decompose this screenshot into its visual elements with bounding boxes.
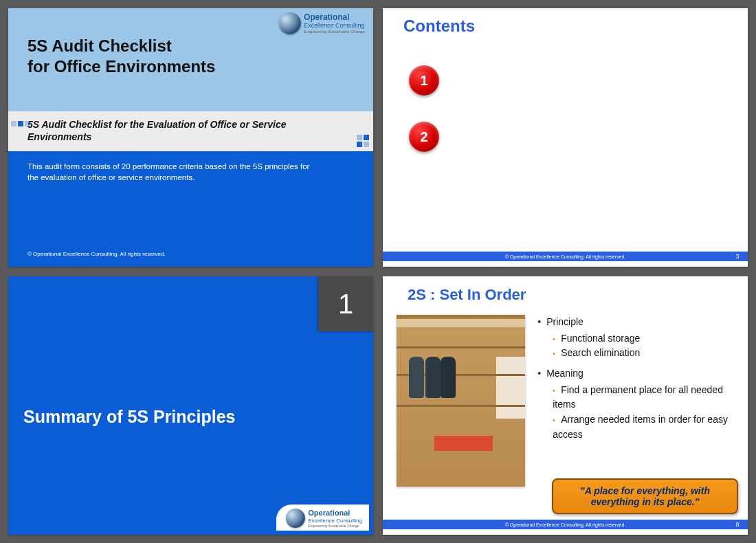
- brand-logo: Operational Excellence Consulting Empowe…: [279, 12, 365, 34]
- slide1-footer: © Operational Excellence Consulting. All…: [27, 251, 166, 257]
- toc-item-1: 1 Summary of 5S Principles: [409, 69, 748, 92]
- slide1-body-text: This audit form consists of 20 performan…: [27, 161, 316, 183]
- section-number-box: 1: [318, 276, 373, 331]
- logo-line2: Excellence Consulting: [308, 518, 362, 524]
- logo-line3: Empowering Sustainable Change: [304, 30, 365, 34]
- slide2-page-number: 3: [731, 252, 744, 261]
- organized-closet-image: [397, 315, 525, 487]
- slide2-title: Contents: [383, 8, 748, 36]
- toc-label-1: Summary of 5S Principles: [421, 69, 748, 92]
- toc-badge-1: 1: [409, 65, 439, 96]
- toc-label-2: 5S Audit Checklist: [421, 125, 748, 148]
- slide4-bullets: Principle Functional storage Search elim…: [537, 315, 738, 487]
- bullet: Arrange needed items in order for easy a…: [553, 412, 738, 442]
- decor-squares-right: [354, 135, 369, 147]
- slide1-body: This audit form consists of 20 performan…: [8, 151, 373, 261]
- logo-text: Operational Excellence Consulting Empowe…: [304, 13, 365, 34]
- slide1-header: Operational Excellence Consulting Empowe…: [8, 8, 373, 111]
- slide-2-contents: Contents 1 Summary of 5S Principles 2 5S…: [383, 8, 748, 267]
- logo-line3: Empowering Sustainable Change: [308, 524, 362, 528]
- coat-icon: [409, 357, 424, 398]
- logo-line2: Excellence Consulting: [304, 23, 365, 29]
- slide4-body: Principle Functional storage Search elim…: [383, 304, 748, 487]
- logo-text: Operational Excellence Consulting Empowe…: [308, 509, 362, 528]
- brand-logo-corner: Operational Excellence Consulting Empowe…: [276, 505, 369, 531]
- globe-icon: [286, 509, 305, 528]
- slide-1-title: Operational Excellence Consulting Empowe…: [8, 8, 373, 267]
- coat-icon: [425, 357, 441, 398]
- logo-line1: Operational: [308, 509, 362, 517]
- toc-list: 1 Summary of 5S Principles 2 5S Audit Ch…: [409, 69, 748, 148]
- slide4-page-number: 8: [731, 520, 744, 529]
- slide4-footer: © Operational Excellence Consulting. All…: [383, 520, 748, 529]
- globe-icon: [279, 12, 301, 34]
- section-meaning: Meaning Find a permanent place for all n…: [537, 366, 738, 442]
- slide-4-set-in-order: 2S : Set In Order Principle Functional s…: [383, 276, 748, 535]
- slide4-quote: "A place for everything, with everything…: [552, 478, 738, 514]
- section-principle: Principle Functional storage Search elim…: [537, 315, 738, 361]
- bullet: Find a permanent place for all needed it…: [553, 383, 738, 412]
- slide2-footer: © Operational Excellence Consulting. All…: [383, 252, 748, 261]
- slide1-subtitle: 5S Audit Checklist for the Evaluation of…: [27, 118, 289, 143]
- decor-squares-left: [11, 121, 30, 126]
- slide1-title: 5S Audit Checklist for Office Environmen…: [27, 36, 373, 77]
- slide3-title: Summary of 5S Principles: [23, 407, 235, 427]
- slide4-title: 2S : Set In Order: [383, 276, 748, 304]
- logo-line1: Operational: [304, 13, 365, 21]
- slide1-subtitle-band: 5S Audit Checklist for the Evaluation of…: [8, 111, 373, 151]
- toc-item-2: 2 5S Audit Checklist: [409, 125, 748, 148]
- toc-badge-2: 2: [409, 122, 439, 152]
- bullet: Search elimination: [553, 346, 738, 361]
- slide-3-section-divider: 1 Summary of 5S Principles Operational E…: [8, 276, 373, 535]
- bullet: Functional storage: [553, 331, 738, 346]
- coat-icon: [441, 357, 456, 398]
